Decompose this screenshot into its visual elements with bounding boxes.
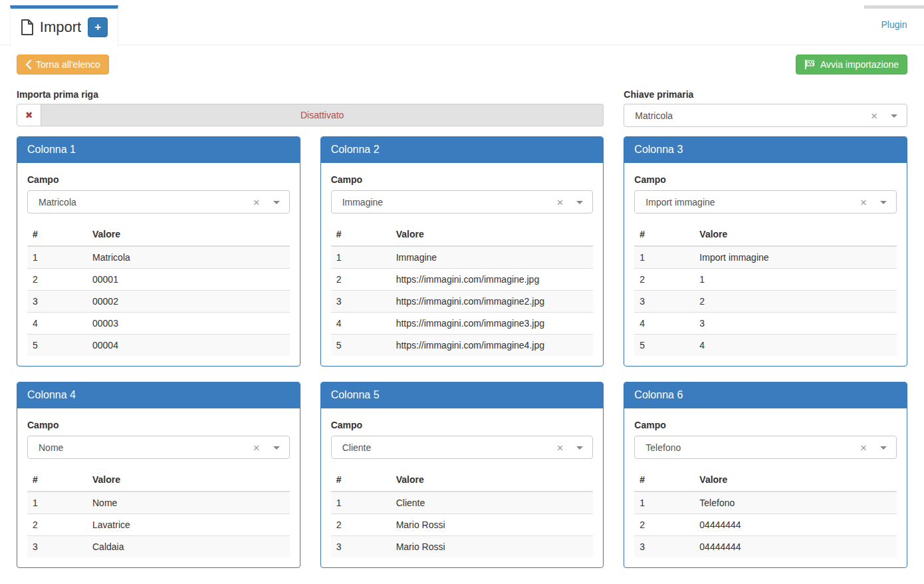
row-value: 04444444 [694, 514, 897, 536]
chevron-left-icon [25, 60, 31, 69]
table-header-value: Valore [391, 225, 594, 246]
row-value: Caldaia [87, 536, 290, 558]
preview-table: # Valore 1Nome 2Lavatrice 3Caldaia [27, 471, 290, 557]
row-index: 3 [331, 536, 391, 558]
table-row: 4https://immagini.com/immagine3.jpg [331, 313, 594, 335]
table-header-value: Valore [87, 471, 290, 492]
row-value: https://immagini.com/immagine3.jpg [391, 313, 594, 335]
row-value: 4 [694, 335, 897, 357]
field-select[interactable]: Nome × [27, 436, 290, 459]
table-row: 1Telefono [634, 492, 897, 514]
table-row: 54 [634, 335, 897, 357]
table-header-value: Valore [87, 225, 290, 246]
table-row: 1Matricola [27, 246, 290, 269]
field-select[interactable]: Matricola × [27, 190, 290, 214]
column-panel-title: Colonna 3 [624, 137, 907, 163]
row-value: https://immagini.com/immagine2.jpg [391, 291, 594, 313]
table-row: 204444444 [634, 514, 897, 536]
table-row: 3https://immagini.com/immagine2.jpg [331, 291, 594, 313]
table-row: 500004 [27, 335, 290, 357]
row-index: 1 [331, 246, 391, 269]
row-index: 2 [331, 269, 391, 291]
field-label: Campo [331, 174, 594, 185]
table-row: 1Immagine [331, 246, 594, 269]
clear-selection-icon[interactable]: × [554, 440, 566, 454]
row-index: 1 [634, 246, 694, 269]
add-import-button[interactable]: + [88, 17, 108, 37]
row-value: Lavatrice [87, 514, 290, 536]
row-index: 1 [27, 492, 87, 514]
row-value: https://immagini.com/immagine4.jpg [391, 335, 594, 357]
table-row: 2Mario Rossi [331, 514, 594, 536]
field-select[interactable]: Import immagine × [634, 190, 897, 214]
back-to-list-label: Torna all'elenco [36, 59, 100, 70]
field-select[interactable]: Immagine × [331, 190, 594, 214]
row-value: 00002 [87, 291, 290, 313]
import-first-row-group: ✖ Disattivato [17, 104, 604, 126]
table-header-num: # [331, 225, 391, 246]
table-header-num: # [27, 225, 87, 246]
clear-selection-icon[interactable]: × [251, 195, 263, 209]
row-index: 4 [634, 313, 694, 335]
preview-table: # Valore 1Cliente 2Mario Rossi 3Mario Ro… [331, 471, 594, 557]
table-row: 2https://immagini.com/immagine.jpg [331, 269, 594, 291]
table-header-value: Valore [694, 471, 897, 492]
clear-selection-icon[interactable]: × [858, 195, 869, 209]
tab-plugin[interactable]: Plugin [864, 5, 924, 40]
column-panels: Colonna 1 Campo Matricola × # Valore 1Ma… [17, 136, 907, 568]
chevron-down-icon [273, 446, 280, 450]
plugin-link[interactable]: Plugin [881, 19, 907, 30]
tab-import[interactable]: Import + [10, 5, 118, 46]
start-import-button[interactable]: Avvia importazione [796, 55, 907, 74]
column-panel-title: Colonna 1 [17, 137, 300, 163]
import-first-row-field: Importa prima riga ✖ Disattivato [17, 89, 604, 127]
clear-selection-icon[interactable]: × [554, 195, 566, 209]
column-panel-3: Colonna 3 Campo Import immagine × # Valo… [624, 136, 907, 366]
row-index: 1 [331, 492, 391, 514]
row-index: 3 [27, 536, 87, 558]
table-header-num: # [331, 471, 391, 492]
field-select-value: Nome [39, 442, 63, 453]
row-index: 5 [27, 335, 87, 357]
clear-selection-icon[interactable]: × [251, 440, 263, 454]
row-index: 3 [634, 536, 694, 558]
table-row: 304444444 [634, 536, 897, 558]
field-select-value: Matricola [39, 197, 76, 208]
row-index: 2 [331, 514, 391, 536]
preview-table: # Valore 1Matricola 200001 300002 400003… [27, 225, 290, 356]
column-panel-title: Colonna 5 [321, 382, 604, 408]
field-label: Campo [27, 174, 290, 185]
field-select-value: Telefono [645, 442, 681, 453]
field-select[interactable]: Telefono × [634, 436, 897, 459]
table-row: 200001 [27, 269, 290, 291]
field-select[interactable]: Cliente × [331, 436, 594, 459]
row-value: 00004 [87, 335, 290, 357]
row-value: Mario Rossi [391, 514, 594, 536]
field-label: Campo [27, 420, 290, 430]
field-label: Campo [634, 420, 897, 430]
row-value: 00001 [87, 269, 290, 291]
field-select-value: Import immagine [645, 197, 715, 208]
preview-table: # Valore 1Import immagine 21 32 43 54 [634, 225, 897, 356]
table-header-num: # [634, 225, 694, 246]
table-row: 2Lavatrice [27, 514, 290, 536]
table-row: 3Mario Rossi [331, 536, 594, 558]
back-to-list-button[interactable]: Torna all'elenco [17, 55, 109, 74]
primary-key-select[interactable]: Matricola × [624, 104, 907, 127]
chevron-down-icon [576, 446, 583, 450]
table-row: 32 [634, 291, 897, 313]
table-row: 1Import immagine [634, 246, 897, 269]
column-panel-4: Colonna 4 Campo Nome × # Valore 1Nome 2L… [17, 382, 300, 568]
settings-row: Importa prima riga ✖ Disattivato Chiave … [0, 74, 924, 127]
table-header-value: Valore [694, 225, 897, 246]
import-first-row-label: Importa prima riga [17, 89, 604, 100]
row-index: 2 [27, 269, 87, 291]
field-label: Campo [634, 174, 897, 185]
chevron-down-icon [273, 201, 280, 204]
clear-selection-icon[interactable]: × [858, 440, 869, 454]
chevron-down-icon [880, 201, 887, 204]
remove-icon[interactable]: ✖ [17, 104, 41, 126]
column-panel-6: Colonna 6 Campo Telefono × # Valore 1Tel… [624, 382, 907, 568]
row-index: 3 [634, 291, 694, 313]
clear-selection-icon[interactable]: × [868, 108, 880, 122]
